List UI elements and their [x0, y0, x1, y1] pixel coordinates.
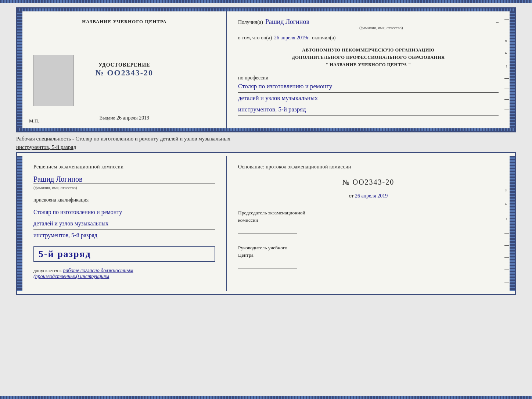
ot-date: от 26 апреля 2019: [238, 193, 499, 199]
cert-top: НАЗВАНИЕ УЧЕБНОГО ЦЕНТРА УДОСТОВЕРЕНИЕ №…: [16, 7, 516, 132]
cert-bottom-right: Основание: протокол экзаменационной коми…: [227, 156, 510, 291]
deco-text-arrow2: ←: [504, 217, 509, 221]
dopusk-text2: (производственным) инструкциям: [33, 274, 109, 279]
vydano-label: Выдано: [100, 115, 115, 121]
profession-label: по профессии: [238, 75, 499, 81]
cert-bottom-left: Решением экзаменационной комиссии Рашид …: [22, 156, 227, 291]
deco-line: [504, 110, 509, 110]
qual-highlight-text: 5-й разряд: [39, 249, 91, 259]
deco-line: [504, 19, 509, 20]
protokol-number: № OO2343-20: [238, 178, 499, 186]
vydano-date: 26 апреля 2019: [116, 115, 149, 121]
profession-line1: Столяр по изготовлению и ремонту: [238, 81, 499, 93]
cert-bottom: Решением экзаменационной комиссии Рашид …: [16, 152, 516, 295]
center-title: НАЗВАНИЕ УЧЕБНОГО ЦЕНТРА: [82, 19, 167, 25]
udost-number: № OO2343-20: [96, 68, 153, 78]
certificate-container: НАЗВАНИЕ УЧЕБНОГО ЦЕНТРА УДОСТОВЕРЕНИЕ №…: [16, 7, 516, 295]
chairman-title: Председатель экзаменационной комиссии: [238, 209, 499, 224]
vydano-block: Выдано 26 апреля 2019: [33, 115, 215, 121]
profession-line2: деталей и узлов музыкальных: [238, 93, 499, 104]
director-title: Руководитель учебного Центра: [238, 244, 499, 259]
profession-line3: инструментов, 5-й разряд: [238, 104, 499, 116]
director-title-line2: Центра: [238, 252, 254, 258]
left-border-strip-bottom: [17, 156, 22, 291]
dopusk-prefix: допускается к: [33, 268, 62, 273]
cert-top-right: Получил(а) Рашид Логинов – (фамилия, имя…: [227, 11, 510, 128]
decision-title: Решением экзаменационной комиссии: [33, 164, 215, 170]
ot-date-value: 26 апреля 2019: [355, 193, 388, 199]
right-border-strip-bottom: [510, 156, 515, 291]
qual-line2: деталей и узлов музыкальных: [33, 218, 215, 229]
subtitle-prefix: Рабочая специальность - Столяр по изгото…: [16, 136, 230, 142]
dopusk-text1: работе согласно должностным: [63, 268, 133, 273]
director-block: Руководитель учебного Центра: [238, 244, 499, 269]
date-suffix: окончил(а): [312, 35, 336, 41]
deco-text-arrow: ←: [504, 64, 509, 68]
qual-label: присвоена квалификация: [33, 197, 215, 203]
side-decoration-bottom: и а ←: [503, 156, 510, 291]
deco-line: [504, 270, 509, 270]
deco-text-a: а: [504, 52, 509, 54]
org-line3: " НАЗВАНИЕ УЧЕБНОГО ЦЕНТРА ": [238, 61, 499, 68]
qual-line1: Столяр по изготовлению и ремонту: [33, 207, 215, 218]
profession-text: Столяр по изготовлению и ремонту деталей…: [238, 81, 499, 116]
profession-block: по профессии Столяр по изготовлению и ре…: [238, 74, 499, 116]
deco-line: [504, 257, 509, 258]
recipient-name: Рашид Логинов: [265, 18, 494, 26]
udost-block: УДОСТОВЕРЕНИЕ № OO2343-20: [96, 62, 153, 78]
side-decoration: и а ←: [503, 11, 510, 128]
deco-text-a2: а: [504, 203, 509, 205]
person-name: Рашид Логинов: [33, 175, 215, 184]
deco-line: [504, 233, 509, 234]
org-block: АВТОНОМНУЮ НЕКОММЕРЧЕСКУЮ ОРГАНИЗАЦИЮ ДО…: [238, 46, 499, 68]
recipient-line: Получил(а) Рашид Логинов –: [238, 18, 499, 26]
dopusk-block: допускается к работе согласно должностны…: [33, 268, 215, 279]
ot-prefix: от: [349, 193, 354, 199]
deco-line: [504, 78, 509, 79]
date-value: 26 апреля 2019г.: [274, 35, 310, 41]
director-title-line1: Руководитель учебного: [238, 245, 287, 250]
left-border-strip: [17, 11, 22, 128]
qual-highlight-box: 5-й разряд: [33, 246, 215, 262]
chairman-signature-line: [238, 227, 297, 234]
deco-line: [504, 89, 509, 89]
deco-text-i: и: [504, 40, 509, 42]
deco-line: [504, 165, 509, 165]
deco-line: [504, 177, 509, 177]
chairman-title-line1: Председатель экзаменационной: [238, 210, 305, 215]
date-prefix: в том, что он(а): [238, 35, 272, 41]
subtitle-bar: Рабочая специальность - Столяр по изгото…: [16, 132, 516, 151]
fio-sub: (фамилия, имя, отчество): [33, 185, 77, 190]
deco-line: [504, 99, 509, 100]
qual-line3: инструментов, 5-й разряд: [33, 230, 215, 241]
org-line2: ДОПОЛНИТЕЛЬНОГО ПРОФЕССИОНАЛЬНОГО ОБРАЗО…: [238, 54, 499, 61]
subtitle-underlined: инструментов, 5-й разряд: [16, 144, 76, 150]
deco-line: [504, 245, 509, 246]
deco-line: [504, 120, 509, 120]
recipient-prefix: Получил(а): [238, 19, 263, 25]
right-border-strip: [510, 11, 515, 128]
deco-text-i2: и: [504, 189, 509, 192]
recipient-block: Получил(а) Рашид Логинов – (фамилия, имя…: [238, 18, 499, 30]
director-signature-line: [238, 261, 297, 268]
date-line: в том, что он(а) 26 апреля 2019г. окончи…: [238, 35, 499, 41]
cert-top-left: НАЗВАНИЕ УЧЕБНОГО ЦЕНТРА УДОСТОВЕРЕНИЕ №…: [22, 11, 227, 128]
deco-line: [504, 282, 509, 282]
person-block: Рашид Логинов (фамилия, имя, отчество): [33, 174, 215, 190]
org-line1: АВТОНОМНУЮ НЕКОММЕРЧЕСКУЮ ОРГАНИЗАЦИЮ: [238, 46, 499, 54]
chairman-title-line2: комиссии: [238, 217, 258, 223]
udost-label: УДОСТОВЕРЕНИЕ: [96, 62, 153, 68]
photo-placeholder: [33, 55, 74, 106]
mp-stamp: М.П.: [29, 118, 39, 124]
osnov-label: Основание: протокол экзаменационной коми…: [238, 164, 499, 170]
qual-text: Столяр по изготовлению и ремонту деталей…: [33, 207, 215, 241]
deco-line: [504, 30, 509, 30]
chairman-block: Председатель экзаменационной комиссии: [238, 209, 499, 234]
